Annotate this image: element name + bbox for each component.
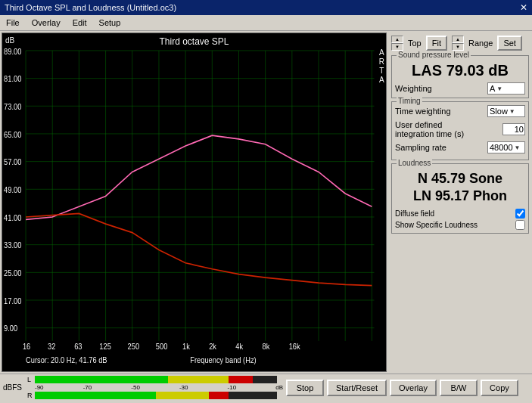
menu-setup[interactable]: Setup — [96, 17, 124, 29]
svg-text:250: 250 — [128, 343, 140, 352]
svg-text:33.00: 33.00 — [4, 241, 22, 250]
main-content: dB Third octave SPL ARTA — [0, 31, 532, 374]
set-button[interactable]: Set — [497, 36, 522, 51]
tick-10: -10 — [228, 384, 237, 391]
svg-text:17.00: 17.00 — [4, 296, 22, 305]
svg-text:73.00: 73.00 — [4, 102, 22, 111]
top-label: Top — [408, 39, 422, 48]
diffuse-row: Diffuse field — [395, 209, 525, 219]
top-down-btn[interactable]: ▼ — [391, 43, 403, 51]
diffuse-checkbox[interactable] — [515, 209, 525, 219]
timing-panel: Timing Time weighting Slow ▼ User define… — [391, 101, 529, 160]
integration-input[interactable] — [502, 123, 525, 135]
time-weighting-label: Time weighting — [395, 107, 451, 116]
svg-text:89.00: 89.00 — [4, 47, 22, 56]
time-weighting-row: Time weighting Slow ▼ — [395, 105, 525, 117]
close-button[interactable]: ✕ — [520, 2, 527, 13]
l-level-bar — [35, 376, 277, 383]
r-meter-row: R — [27, 392, 283, 399]
svg-text:16: 16 — [23, 343, 31, 352]
svg-text:Frequency band (Hz): Frequency band (Hz) — [190, 355, 256, 364]
svg-text:2k: 2k — [209, 343, 216, 352]
top-up-btn[interactable]: ▲ — [391, 36, 403, 43]
r-label: R — [27, 392, 33, 399]
chart-title: Third octave SPL — [2, 36, 386, 47]
window-title: Third Octave SPL and Loudness (Untitled.… — [5, 3, 176, 12]
copy-button[interactable]: Copy — [481, 380, 518, 396]
time-weighting-value: Slow — [490, 107, 508, 116]
top-up-down: ▲ ▼ — [391, 36, 403, 51]
svg-text:63: 63 — [74, 343, 82, 352]
chart-arta-label: ARTA — [379, 48, 384, 85]
level-meters: L -90 -70 -50 -30 -10 dB R — [27, 376, 283, 399]
range-label: Range — [468, 39, 493, 48]
svg-text:49.00: 49.00 — [4, 185, 22, 194]
dbfs-label: dBFS — [3, 383, 24, 392]
weighting-row: Weighting A ▼ — [395, 82, 525, 95]
menu-bar: File Overlay Edit Setup — [0, 15, 532, 31]
tick-50: -50 — [131, 384, 140, 391]
l-meter-row: L — [27, 376, 283, 383]
title-bar: Third Octave SPL and Loudness (Untitled.… — [0, 0, 532, 15]
chart-area: dB Third octave SPL ARTA — [2, 33, 387, 372]
svg-text:125: 125 — [99, 343, 111, 352]
sampling-value: 48000 — [490, 143, 513, 152]
integration-row: User definedintegration time (s) — [395, 120, 525, 138]
tick-70: -70 — [83, 384, 92, 391]
svg-text:81.00: 81.00 — [4, 75, 22, 84]
diffuse-label: Diffuse field — [395, 209, 434, 218]
start-reset-button[interactable]: Start/Reset — [327, 380, 387, 396]
weighting-dropdown[interactable]: A ▼ — [487, 82, 525, 95]
tick-30: -30 — [179, 384, 188, 391]
chart-svg: 89.00 81.00 73.00 65.00 57.00 49.00 41.0… — [2, 33, 386, 371]
svg-text:57.00: 57.00 — [4, 158, 22, 167]
loudness-line1: N 45.79 Sone — [418, 171, 502, 186]
fit-button[interactable]: Fit — [426, 36, 447, 51]
timing-panel-title: Timing — [397, 97, 422, 105]
specific-label: Show Specific Loudness — [395, 221, 478, 229]
sampling-dropdown-arrow: ▼ — [515, 144, 521, 151]
sampling-row: Sampling rate 48000 ▼ — [395, 141, 525, 153]
weighting-dropdown-arrow: ▼ — [496, 85, 502, 92]
tick-90: -90 — [35, 384, 44, 391]
range-up-down: ▲ ▼ — [452, 36, 464, 51]
overlay-button[interactable]: Overlay — [390, 380, 437, 396]
time-weighting-dropdown-arrow: ▼ — [509, 108, 515, 115]
weighting-value: A — [490, 84, 495, 93]
loudness-panel-title: Loudness — [397, 159, 432, 167]
sampling-dropdown[interactable]: 48000 ▼ — [487, 141, 525, 153]
time-weighting-dropdown[interactable]: Slow ▼ — [487, 105, 525, 117]
menu-overlay[interactable]: Overlay — [29, 17, 64, 29]
svg-text:16k: 16k — [289, 343, 300, 352]
loudness-line2: LN 95.17 Phon — [413, 188, 507, 203]
spl-panel: Sound pressure level LAS 79.03 dB Weight… — [391, 55, 529, 98]
svg-text:500: 500 — [156, 343, 168, 352]
svg-text:1k: 1k — [182, 343, 190, 352]
svg-text:32: 32 — [48, 343, 55, 352]
svg-text:8k: 8k — [263, 343, 270, 352]
specific-row: Show Specific Loudness — [395, 220, 525, 230]
l-label: L — [27, 376, 33, 383]
menu-edit[interactable]: Edit — [70, 17, 90, 29]
stop-button[interactable]: Stop — [286, 380, 324, 396]
spl-panel-title: Sound pressure level — [397, 51, 471, 59]
menu-file[interactable]: File — [3, 17, 23, 29]
top-controls: ▲ ▼ Top Fit ▲ ▼ Range Set — [391, 36, 529, 51]
specific-checkbox[interactable] — [515, 220, 525, 230]
bw-button[interactable]: B/W — [440, 380, 478, 396]
svg-text:41.00: 41.00 — [4, 213, 22, 222]
spl-value: LAS 79.03 dB — [395, 62, 525, 79]
r-level-bar — [35, 392, 277, 399]
range-up-btn[interactable]: ▲ — [452, 36, 464, 43]
right-panel: ▲ ▼ Top Fit ▲ ▼ Range Set Sound pressure… — [388, 31, 532, 374]
svg-text:25.00: 25.00 — [4, 268, 22, 277]
range-down-btn[interactable]: ▼ — [452, 43, 464, 51]
bottom-bar: dBFS L -90 -70 -50 -30 -10 dB R — [0, 374, 532, 401]
weighting-label: Weighting — [395, 84, 432, 93]
loudness-panel: Loudness N 45.79 Sone LN 95.17 Phon Diff… — [391, 163, 529, 234]
integration-label: User definedintegration time (s) — [395, 120, 464, 138]
svg-text:65.00: 65.00 — [4, 130, 22, 139]
svg-text:4k: 4k — [235, 343, 243, 352]
svg-text:Cursor:  20.0 Hz, 41.76 dB: Cursor: 20.0 Hz, 41.76 dB — [26, 355, 107, 364]
sampling-label: Sampling rate — [395, 143, 446, 152]
